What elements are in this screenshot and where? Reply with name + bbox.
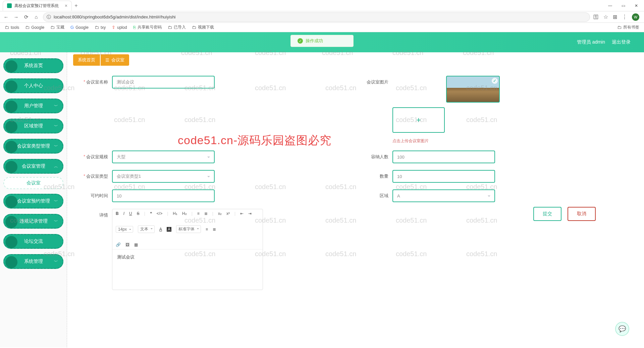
current-user: 管理员 admin [577,39,605,45]
video-icon[interactable]: ▦ [134,242,138,247]
cancel-button[interactable]: 取消 [568,207,596,221]
maximize-icon[interactable]: ▭ [622,3,625,8]
quote-icon[interactable]: ❝ [150,211,152,216]
check-icon: ✓ [298,38,303,44]
available-input[interactable]: 10 [112,189,215,202]
bookmark-item[interactable]: 🗀视频下载 [192,24,214,30]
sidebar-item-users[interactable]: 用户管理﹀ [3,99,63,113]
bookmark-item[interactable]: 🗀宝藏 [50,24,64,30]
window-controls: — ▭ ✕ [608,3,644,8]
breadcrumb-current: ☰ 会议室 [101,54,129,66]
h1-icon[interactable]: H₁ [173,211,177,216]
toast-text: 操作成功 [306,38,323,44]
subscript-icon[interactable]: x₂ [218,211,222,216]
bookmark-item[interactable]: 🗀tools [5,25,19,30]
browser-toolbar: ← → ⟳ ⌂ ⓘ localhost:8080/springboot6dx5g… [0,11,644,23]
font-size-select[interactable]: 14px [116,226,133,233]
url-input[interactable]: ⓘ localhost:8080/springboot6dx5g/admin/d… [43,12,590,22]
bookmark-item[interactable]: GGoogle [70,25,89,30]
folder-icon: 🗀 [617,25,622,30]
submit-button[interactable]: 提交 [533,207,561,221]
capacity-input[interactable]: 100 [392,151,495,163]
align-center-icon[interactable]: ≣ [213,227,216,232]
extensions-icon[interactable]: ⊞ [613,14,617,20]
type-select[interactable]: 会议室类型1 [112,170,215,183]
browser-tab[interactable]: 高校会议室预订管理系统 × [3,1,72,11]
link-icon[interactable]: 🔗 [116,242,121,247]
breadcrumb-home[interactable]: 系统首页 [73,54,100,66]
reload-icon[interactable]: ⟳ [23,14,30,20]
logout-link[interactable]: 退出登录 [612,39,631,45]
chevron-down-icon: ﹀ [54,103,58,109]
font-family-select[interactable]: 标准字体 [176,225,201,233]
folder-icon: 🗀 [50,25,55,30]
label-available: 可约时间 [75,189,112,199]
sidebar-item-personal[interactable]: 个人中心 [3,78,63,93]
underline-icon[interactable]: U [129,211,132,216]
close-icon[interactable]: × [65,3,67,8]
new-tab-button[interactable]: + [74,3,77,9]
quantity-input[interactable]: 10 [392,170,495,183]
upload-button[interactable]: + [392,107,445,133]
image-icon[interactable]: 🖼 [125,242,129,247]
area-select[interactable]: A [392,189,495,202]
sidebar-item-home[interactable]: 系统首页 [3,58,63,73]
key-icon[interactable]: ⚿ [593,14,599,20]
all-bookmarks[interactable]: 🗀所有书签 [617,24,639,30]
rich-text-editor[interactable]: B I U S | ❝ </> | H₁ H₂ | [112,209,263,290]
bookmark-item[interactable]: 🗀已导入 [168,24,186,30]
chevron-down-icon: ﹀ [54,143,58,149]
sidebar-item-area[interactable]: 区域管理﹀ [3,119,63,133]
sidebar-item-roomtype[interactable]: 会议室类型管理﹀ [3,139,63,154]
superscript-icon[interactable]: x² [226,211,230,216]
sidebar-item-room[interactable]: 会议室管理︿ [3,159,63,174]
code-icon[interactable]: </> [157,211,162,216]
folder-icon: 🗀 [5,25,9,30]
room-photo-preview[interactable] [446,76,500,103]
label-room-name: *会议室名称 [75,76,112,85]
minimize-icon[interactable]: — [608,3,612,8]
italic-icon[interactable]: I [123,211,124,216]
editor-content[interactable]: 测试会议 [112,249,263,290]
sidebar-item-system[interactable]: 系统管理﹀ [3,254,63,269]
label-quantity: 数量 [356,170,392,179]
bold-icon[interactable]: B [116,211,119,216]
sidebar-item-violation[interactable]: 违规记录管理﹀ [3,214,63,229]
scale-select[interactable]: 大型 [112,151,215,163]
list-ol-icon[interactable]: ≡ [197,211,200,216]
text-type-select[interactable]: 文本 [138,225,155,233]
url-text: localhost:8080/springboot6dx5g/admin/dis… [54,14,176,19]
home-icon[interactable]: ⌂ [33,14,40,20]
bookmark-item[interactable]: ⇧uplod [112,25,127,30]
indent-icon[interactable]: ⇤ [240,211,244,216]
align-left-icon[interactable]: ≡ [206,227,208,232]
label-scale: *会议室规模 [75,151,112,160]
bookmark-item[interactable]: 🗀txy [95,25,106,30]
editor-toolbar: B I U S | ❝ </> | H₁ H₂ | [112,209,263,249]
room-name-input[interactable]: 测试会议 [112,76,215,89]
bg-color-icon[interactable]: A [167,227,171,232]
chevron-down-icon: ﹀ [54,259,58,265]
sidebar-item-forum[interactable]: 论坛交流 [3,234,63,249]
menu-icon[interactable]: ⋮ [622,14,627,20]
label-detail: 详情 [75,209,112,218]
bookmark-item[interactable]: ⎘共享账号密码 [133,24,162,30]
h2-icon[interactable]: H₂ [182,211,187,216]
sidebar-subitem-room[interactable]: 会议室 [3,177,63,189]
browser-tab-strip: 高校会议室预订管理系统 × + — ▭ ✕ [0,0,644,11]
profile-avatar[interactable]: W [632,13,639,21]
close-window-icon[interactable]: ✕ [635,3,638,8]
text-color-icon[interactable]: A [159,227,162,232]
bookmark-star-icon[interactable]: ☆ [603,14,608,20]
label-area: 区域 [356,189,392,199]
forward-icon[interactable]: → [13,14,19,20]
site-info-icon[interactable]: ⓘ [47,14,51,20]
outdent-icon[interactable]: ⇥ [248,211,252,216]
back-icon[interactable]: ← [3,14,9,20]
strike-icon[interactable]: S [137,211,140,216]
label-room-photo: 会议室图片 [356,76,392,85]
chat-fab[interactable]: 💬 [615,322,629,336]
sidebar-item-reservation[interactable]: 会议室预约管理﹀ [3,194,63,209]
bookmark-item[interactable]: 🗀Google [25,25,44,30]
list-ul-icon[interactable]: ≣ [204,211,208,216]
